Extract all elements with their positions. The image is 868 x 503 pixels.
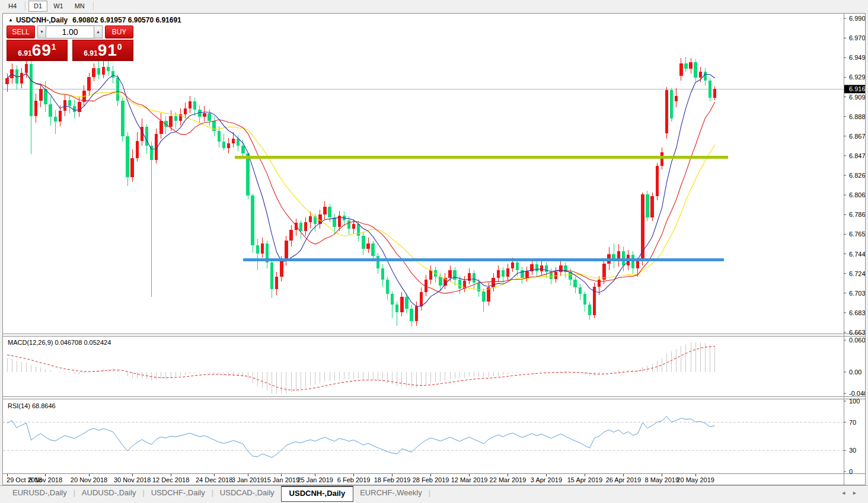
timeframe-button-d1[interactable]: D1: [28, 1, 47, 12]
date-label: 12 Dec 2018: [152, 476, 189, 483]
rsi-label: RSI(14) 68.8646: [8, 402, 56, 409]
sell-price-sup: 1: [52, 42, 56, 52]
date-label: 20 May 2019: [676, 476, 714, 483]
tab-eurchf-weekly[interactable]: EURCHF-,Weekly: [353, 486, 429, 500]
buy-price-display[interactable]: 6.91 91 0: [72, 40, 133, 61]
chart-ohlc-values: 6.90802 6.91957 6.90570 6.91691: [72, 16, 181, 24]
price-axis-label: 6.90910: [849, 94, 865, 101]
resistance-line[interactable]: [235, 156, 728, 159]
price-chart-svg[interactable]: MACD(12,26,9) 0.046708 0.052424RSI(14) 6…: [3, 14, 865, 485]
sell-price-prefix: 6.91: [18, 49, 31, 57]
date-label: 20 Nov 2018: [71, 476, 107, 483]
date-axis[interactable]: 29 Oct 20188 Nov 201820 Nov 201830 Nov 2…: [7, 474, 714, 483]
price-axis-label: 6.72430: [849, 270, 865, 277]
chart-title: ▲USDCNH-,Daily6.90802 6.91957 6.90570 6.…: [8, 16, 181, 24]
support-line[interactable]: [243, 258, 724, 261]
macd-label: MACD(12,26,9) 0.046708 0.052424: [8, 339, 111, 346]
timeframe-toolbar: H4D1W1MN: [0, 0, 868, 12]
price-axis-label: 6.68350: [849, 309, 865, 316]
price-panel[interactable]: [3, 57, 844, 326]
price-axis-label: 6.80650: [849, 191, 865, 198]
price-axis-label: 6.66310: [849, 329, 865, 336]
candlesticks: [5, 57, 716, 326]
price-axis-label: 6.82690: [849, 172, 865, 179]
date-label: 30 Nov 2018: [114, 476, 151, 483]
macd-panel[interactable]: MACD(12,26,9) 0.046708 0.052424: [7, 339, 715, 394]
price-axis-label: 6.94990: [849, 54, 865, 61]
chart-tab-bar: EURUSD-,Daily|AUDUSD-,Daily|USDCHF-,Dail…: [0, 485, 868, 503]
date-label: 3 Jan 2019: [232, 476, 264, 483]
date-label: 25 Jan 2019: [297, 476, 333, 483]
rsi-line: [7, 417, 715, 458]
date-label: 8 Nov 2018: [29, 476, 62, 483]
one-click-trading-widget: SELL ▼ ▲ BUY 6.91 69 1 6.91 91 0: [7, 25, 133, 61]
price-axis-label: 6.76510: [849, 230, 865, 238]
tab-usdcad-daily[interactable]: USDCAD-,Daily: [213, 486, 281, 500]
buy-price-sup: 0: [117, 42, 122, 52]
timeframe-button-w1[interactable]: W1: [48, 1, 69, 12]
buy-button[interactable]: BUY: [105, 25, 133, 39]
timeframe-button-mn[interactable]: MN: [69, 1, 90, 12]
date-label: 22 Mar 2019: [490, 476, 526, 483]
price-axis-label: 6.78610: [849, 211, 865, 218]
price-axis-label: 6.97030: [849, 34, 865, 41]
date-label: 24 Dec 2018: [196, 476, 232, 483]
indicator-panels: MACD(12,26,9) 0.046708 0.052424RSI(14) 6…: [3, 334, 865, 484]
volume-decrease-button[interactable]: ▼: [37, 25, 46, 39]
date-label: 15 Apr 2019: [567, 476, 602, 483]
date-label: 28 Feb 2019: [413, 476, 449, 483]
macd-axis-label: 0.060342: [849, 337, 865, 344]
rsi-axis-label: 0: [849, 468, 853, 475]
tab-scroll-arrows[interactable]: ◄►: [841, 490, 863, 496]
toolbar-separator: [93, 2, 94, 11]
price-axis-label: 6.88810: [849, 113, 865, 120]
price-axis-label: 6.99070: [849, 15, 865, 22]
tab-separator: |: [429, 486, 430, 497]
price-axis-label: 6.92950: [849, 73, 865, 81]
date-label: 3 Apr 2019: [531, 476, 562, 483]
price-axis-label: 6.74470: [849, 251, 865, 258]
price-axis-label: 6.84730: [849, 152, 865, 159]
sell-button[interactable]: SELL: [7, 25, 35, 39]
chart-symbol-label: USDCNH-,Daily: [16, 16, 68, 24]
macd-axis-label: 0.00: [849, 369, 861, 376]
macd-axis-label: -0.040415: [849, 390, 865, 397]
ma-fast-line: [7, 73, 715, 306]
price-axis[interactable]: 6.990706.970306.949906.929506.909106.888…: [844, 14, 865, 485]
collapse-trade-panel-icon[interactable]: ▲: [8, 17, 13, 23]
date-label: 8 May 2019: [645, 476, 679, 483]
price-axis-label: 6.70390: [849, 290, 865, 297]
sell-price-big: 69: [32, 41, 52, 60]
timeframe-button-h4[interactable]: H4: [3, 1, 22, 12]
date-label: 12 Mar 2019: [451, 476, 488, 483]
date-label: 26 Apr 2019: [606, 476, 641, 483]
current-price-tag-text: 6.91691: [849, 85, 865, 92]
rsi-axis-label: 30: [849, 447, 856, 454]
buy-price-prefix: 6.91: [84, 49, 97, 57]
date-label: 15 Jan 2019: [264, 476, 300, 483]
tab-usdchf-daily[interactable]: USDCHF-,Daily: [145, 486, 212, 500]
rsi-panel[interactable]: RSI(14) 68.8646: [3, 402, 844, 457]
tab-audusd-daily[interactable]: AUDUSD-,Daily: [75, 486, 143, 500]
macd-signal-line: [7, 347, 715, 390]
buy-price-big: 91: [98, 41, 117, 60]
rsi-axis-label: 100: [849, 398, 860, 405]
tab-usdcnh-daily[interactable]: USDCNH-,Daily: [281, 486, 354, 502]
toolbar-separator: [25, 2, 26, 11]
date-label: 18 Feb 2019: [374, 476, 411, 483]
volume-increase-button[interactable]: ▲: [94, 25, 103, 39]
volume-input[interactable]: [46, 25, 94, 39]
tab-eurusd-daily[interactable]: EURUSD-,Daily: [6, 486, 74, 500]
price-axis-label: 6.86770: [849, 133, 865, 140]
rsi-axis-label: 70: [849, 419, 856, 426]
date-label: 6 Feb 2019: [337, 476, 371, 483]
sell-price-display[interactable]: 6.91 69 1: [7, 40, 68, 61]
chart-window: MACD(12,26,9) 0.046708 0.052424RSI(14) 6…: [2, 13, 866, 485]
